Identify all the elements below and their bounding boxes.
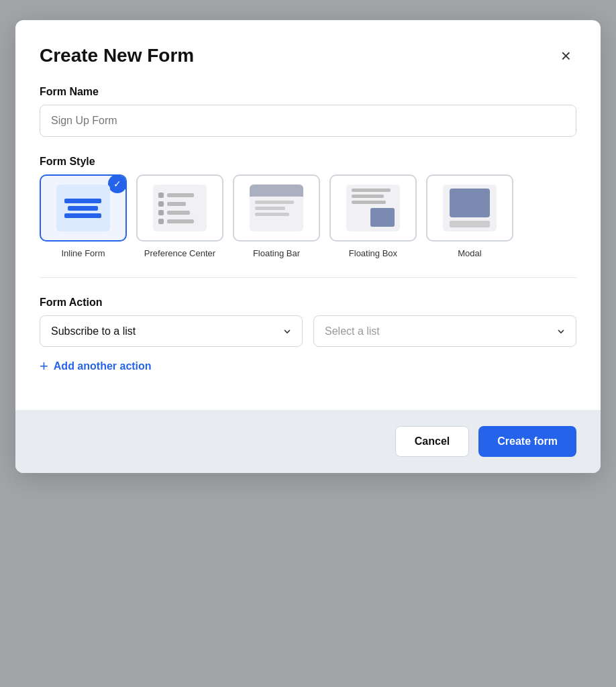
inline-form-icon — [56, 184, 110, 231]
modal-body: Create New Form × Form Name Form Style ✓ — [15, 20, 601, 410]
modal-overlay: Create New Form × Form Name Form Style ✓ — [0, 0, 616, 687]
floating-bar-icon — [250, 184, 303, 231]
action-row: Subscribe to a list Unsubscribe from a l… — [40, 315, 576, 347]
add-action-button[interactable]: + Add another action — [40, 359, 152, 374]
style-card-floatingbar — [233, 174, 320, 242]
create-form-modal: Create New Form × Form Name Form Style ✓ — [15, 20, 601, 473]
preference-center-icon — [153, 184, 207, 231]
action-type-select[interactable]: Subscribe to a list Unsubscribe from a l… — [40, 315, 303, 347]
style-card-inline: ✓ — [40, 174, 127, 242]
style-label-preference: Preference Center — [144, 248, 215, 258]
list-select[interactable]: Select a list — [313, 315, 576, 347]
form-action-label: Form Action — [40, 297, 576, 309]
form-style-section: Form Style ✓ Inline Form — [40, 156, 576, 258]
style-option-modal[interactable]: Modal — [426, 174, 513, 258]
style-label-floatingbox: Floating Box — [349, 248, 397, 258]
close-button[interactable]: × — [556, 44, 576, 67]
modal-header: Create New Form × — [40, 44, 576, 67]
style-card-modal — [426, 174, 513, 242]
form-action-section: Form Action Subscribe to a list Unsubscr… — [40, 297, 576, 374]
form-name-input[interactable] — [40, 105, 576, 137]
section-divider — [40, 277, 576, 278]
modal-title: Create New Form — [40, 45, 194, 66]
floating-box-icon — [346, 184, 400, 231]
style-card-floatingbox — [329, 174, 417, 242]
style-label-floatingbar: Floating Bar — [253, 248, 300, 258]
style-label-modal: Modal — [458, 248, 481, 258]
modal-footer: Cancel Create form — [15, 410, 601, 473]
style-card-preference — [136, 174, 223, 242]
style-options: ✓ Inline Form — [40, 174, 576, 258]
add-action-label: Add another action — [54, 360, 152, 372]
style-option-floatingbox[interactable]: Floating Box — [329, 174, 417, 258]
create-form-button[interactable]: Create form — [478, 426, 576, 457]
style-option-preference[interactable]: Preference Center — [136, 174, 223, 258]
style-option-floatingbar[interactable]: Floating Bar — [233, 174, 320, 258]
style-option-inline[interactable]: ✓ Inline Form — [40, 174, 127, 258]
form-name-label: Form Name — [40, 86, 576, 98]
modal-icon — [443, 184, 497, 231]
selected-check-icon: ✓ — [108, 174, 127, 193]
cancel-button[interactable]: Cancel — [395, 426, 469, 457]
style-label-inline: Inline Form — [61, 248, 105, 258]
add-action-plus-icon: + — [40, 359, 48, 374]
form-name-section: Form Name — [40, 86, 576, 156]
form-style-label: Form Style — [40, 156, 576, 168]
